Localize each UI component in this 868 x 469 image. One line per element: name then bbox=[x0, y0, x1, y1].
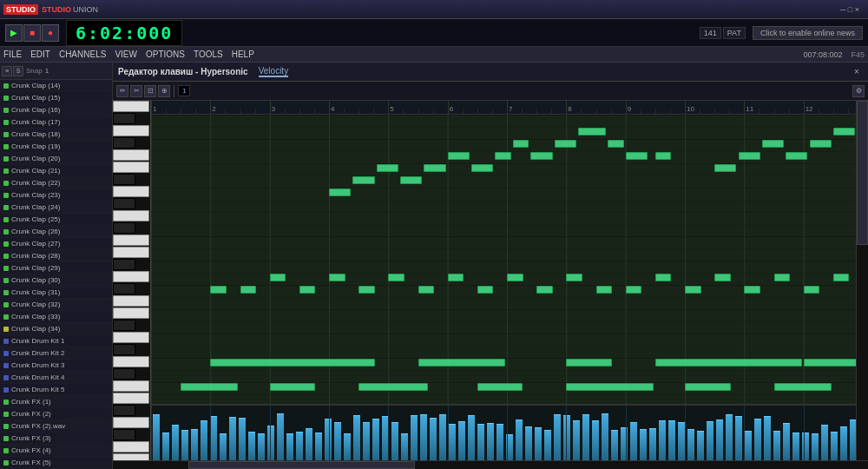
piano-key[interactable] bbox=[113, 174, 135, 185]
piano-key[interactable] bbox=[113, 417, 149, 428]
piano-key[interactable] bbox=[113, 125, 149, 136]
tool-select[interactable]: ⊡ bbox=[144, 85, 156, 97]
channel-item[interactable]: Crunk FX (4) bbox=[0, 445, 112, 457]
cl-btn-all[interactable]: ≡ bbox=[2, 66, 12, 76]
piano-note[interactable] bbox=[448, 152, 470, 160]
piano-key[interactable] bbox=[113, 380, 149, 392]
channel-item[interactable]: Crunk Clap (22) bbox=[0, 177, 112, 189]
piano-key[interactable] bbox=[113, 368, 135, 380]
piano-note[interactable] bbox=[210, 359, 374, 367]
channel-item[interactable]: Crunk Drum Kit 1 bbox=[0, 335, 112, 347]
channel-item[interactable]: Crunk Clap (15) bbox=[0, 92, 112, 104]
piano-key[interactable] bbox=[113, 344, 135, 355]
channel-item[interactable]: Crunk Clap (31) bbox=[0, 287, 112, 299]
pr-close-icon[interactable]: × bbox=[851, 66, 863, 78]
piano-note[interactable] bbox=[714, 274, 731, 281]
piano-note[interactable] bbox=[744, 286, 760, 294]
piano-note[interactable] bbox=[655, 359, 802, 367]
piano-key[interactable] bbox=[113, 393, 149, 404]
channel-item[interactable]: Crunk Clap (14) bbox=[0, 80, 112, 92]
piano-key[interactable] bbox=[113, 356, 149, 367]
piano-note[interactable] bbox=[240, 286, 257, 294]
channel-item[interactable]: Crunk FX (2) bbox=[0, 408, 112, 420]
piano-note[interactable] bbox=[299, 286, 316, 294]
piano-note[interactable] bbox=[596, 286, 613, 294]
tool-zoom[interactable]: ⊕ bbox=[158, 85, 170, 97]
piano-note[interactable] bbox=[329, 188, 351, 196]
snap-display[interactable]: 1 bbox=[178, 85, 190, 96]
piano-note[interactable] bbox=[555, 140, 576, 148]
piano-key[interactable] bbox=[113, 332, 149, 343]
piano-key[interactable] bbox=[113, 247, 149, 258]
piano-key[interactable] bbox=[113, 137, 135, 149]
channel-item[interactable]: Crunk Clap (23) bbox=[0, 189, 112, 201]
piano-note[interactable] bbox=[530, 152, 552, 160]
channel-item[interactable]: Crunk Drum Kit 2 bbox=[0, 347, 112, 360]
channel-item[interactable]: Crunk Clap (17) bbox=[0, 116, 112, 129]
piano-note[interactable] bbox=[626, 152, 648, 160]
tool-draw[interactable]: ✏ bbox=[116, 85, 128, 97]
piano-note[interactable] bbox=[566, 383, 654, 391]
piano-note[interactable] bbox=[685, 383, 731, 391]
piano-note[interactable] bbox=[566, 274, 582, 281]
piano-key[interactable] bbox=[113, 162, 149, 173]
piano-key[interactable] bbox=[113, 295, 149, 307]
piano-note[interactable] bbox=[804, 359, 856, 367]
piano-key[interactable] bbox=[113, 222, 135, 234]
piano-key[interactable] bbox=[113, 307, 149, 319]
piano-note[interactable] bbox=[810, 140, 832, 148]
channel-item[interactable]: Crunk Clap (20) bbox=[0, 153, 112, 165]
piano-note[interactable] bbox=[270, 274, 286, 281]
channel-item[interactable]: Crunk Clap (30) bbox=[0, 274, 112, 287]
channel-item[interactable]: Crunk Clap (26) bbox=[0, 226, 112, 238]
piano-note[interactable] bbox=[833, 274, 850, 281]
piano-key[interactable] bbox=[113, 283, 135, 294]
piano-note[interactable] bbox=[270, 383, 316, 391]
piano-note[interactable] bbox=[833, 128, 855, 135]
scrollbar-thumb[interactable] bbox=[857, 101, 868, 245]
piano-note[interactable] bbox=[513, 140, 529, 148]
piano-note[interactable] bbox=[400, 176, 422, 184]
piano-note[interactable] bbox=[471, 164, 493, 172]
piano-note[interactable] bbox=[388, 274, 404, 281]
menu-options[interactable]: OPTIONS bbox=[146, 50, 185, 59]
channel-item[interactable]: Crunk Clap (28) bbox=[0, 250, 112, 262]
channel-item[interactable]: Crunk FX (3) bbox=[0, 433, 112, 445]
piano-key[interactable] bbox=[113, 186, 149, 197]
piano-note[interactable] bbox=[774, 274, 791, 281]
piano-key[interactable] bbox=[113, 113, 135, 124]
channel-item[interactable]: Crunk Drum Kit 4 bbox=[0, 372, 112, 384]
channel-item[interactable]: Crunk Clap (29) bbox=[0, 262, 112, 274]
record-button[interactable]: ● bbox=[42, 24, 59, 42]
piano-note[interactable] bbox=[608, 140, 624, 148]
piano-key[interactable] bbox=[113, 234, 149, 246]
channel-item[interactable]: Crunk Clap (25) bbox=[0, 214, 112, 226]
piano-note[interactable] bbox=[358, 286, 375, 294]
piano-note[interactable] bbox=[507, 274, 523, 281]
piano-note[interactable] bbox=[685, 286, 701, 294]
piano-note[interactable] bbox=[181, 383, 238, 391]
piano-note[interactable] bbox=[477, 286, 494, 294]
piano-note[interactable] bbox=[418, 359, 506, 367]
piano-key[interactable] bbox=[113, 405, 135, 416]
piano-key[interactable] bbox=[113, 429, 135, 440]
channel-item[interactable]: Crunk Clap (32) bbox=[0, 299, 112, 311]
channel-item[interactable]: Crunk Clap (19) bbox=[0, 141, 112, 153]
piano-key[interactable] bbox=[113, 198, 135, 209]
piano-note[interactable] bbox=[762, 140, 784, 148]
bpm-display[interactable]: 141 bbox=[700, 27, 721, 39]
channel-item[interactable]: Crunk Drum Kit 3 bbox=[0, 360, 112, 372]
piano-key[interactable] bbox=[113, 149, 149, 161]
piano-note[interactable] bbox=[774, 383, 832, 391]
h-scrollbar-thumb[interactable] bbox=[188, 461, 415, 469]
play-button[interactable]: ▶ bbox=[5, 24, 23, 42]
piano-note[interactable] bbox=[477, 383, 523, 391]
channel-item[interactable]: Crunk FX (5) bbox=[0, 457, 112, 469]
channel-item[interactable]: Crunk FX (1) bbox=[0, 396, 112, 408]
channel-item[interactable]: Crunk Clap (16) bbox=[0, 104, 112, 116]
piano-note[interactable] bbox=[358, 383, 428, 391]
piano-note[interactable] bbox=[352, 176, 374, 184]
piano-note[interactable] bbox=[786, 152, 807, 160]
piano-note[interactable] bbox=[448, 274, 464, 281]
channel-item[interactable]: Crunk Clap (18) bbox=[0, 129, 112, 141]
